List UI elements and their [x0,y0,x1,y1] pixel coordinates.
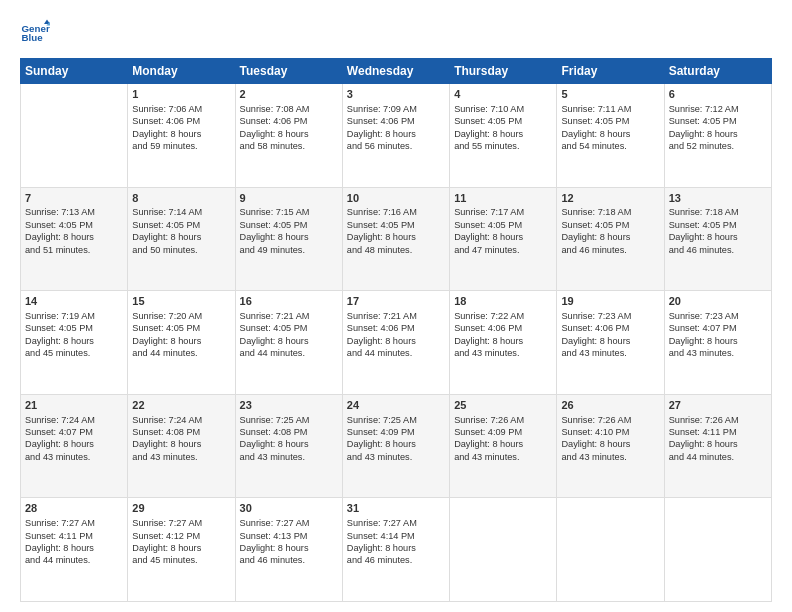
day-info: Daylight: 8 hours [454,335,552,347]
day-info: Sunset: 4:08 PM [240,426,338,438]
day-info: and 46 minutes. [240,554,338,566]
day-info: Sunset: 4:05 PM [25,322,123,334]
day-number: 3 [347,87,445,102]
day-number: 20 [669,294,767,309]
calendar-cell: 10Sunrise: 7:16 AMSunset: 4:05 PMDayligh… [342,187,449,291]
day-info: Sunset: 4:06 PM [561,322,659,334]
day-info: and 43 minutes. [240,451,338,463]
day-info: and 43 minutes. [347,451,445,463]
day-number: 27 [669,398,767,413]
day-info: Daylight: 8 hours [25,542,123,554]
calendar-cell: 12Sunrise: 7:18 AMSunset: 4:05 PMDayligh… [557,187,664,291]
day-number: 10 [347,191,445,206]
calendar-cell: 30Sunrise: 7:27 AMSunset: 4:13 PMDayligh… [235,498,342,602]
day-number: 13 [669,191,767,206]
day-number: 2 [240,87,338,102]
calendar-cell: 15Sunrise: 7:20 AMSunset: 4:05 PMDayligh… [128,291,235,395]
day-number: 8 [132,191,230,206]
calendar-cell: 6Sunrise: 7:12 AMSunset: 4:05 PMDaylight… [664,84,771,188]
logo: General Blue [20,18,50,48]
day-info: Daylight: 8 hours [561,335,659,347]
day-info: Sunrise: 7:26 AM [669,414,767,426]
day-info: Sunset: 4:11 PM [25,530,123,542]
calendar-cell: 5Sunrise: 7:11 AMSunset: 4:05 PMDaylight… [557,84,664,188]
day-info: and 43 minutes. [454,347,552,359]
day-info: Sunrise: 7:21 AM [347,310,445,322]
day-number: 23 [240,398,338,413]
weekday-header: Saturday [664,59,771,84]
day-info: Daylight: 8 hours [132,231,230,243]
weekday-header: Tuesday [235,59,342,84]
day-info: Sunrise: 7:18 AM [669,206,767,218]
calendar-cell: 23Sunrise: 7:25 AMSunset: 4:08 PMDayligh… [235,394,342,498]
day-info: Sunset: 4:09 PM [347,426,445,438]
day-info: Sunset: 4:13 PM [240,530,338,542]
day-info: Sunset: 4:05 PM [454,219,552,231]
calendar-cell: 20Sunrise: 7:23 AMSunset: 4:07 PMDayligh… [664,291,771,395]
day-number: 1 [132,87,230,102]
day-info: Sunset: 4:06 PM [454,322,552,334]
day-info: Sunrise: 7:25 AM [240,414,338,426]
day-info: Sunset: 4:06 PM [347,115,445,127]
calendar-table: SundayMondayTuesdayWednesdayThursdayFrid… [20,58,772,602]
calendar-cell: 17Sunrise: 7:21 AMSunset: 4:06 PMDayligh… [342,291,449,395]
day-info: Daylight: 8 hours [132,335,230,347]
day-info: and 44 minutes. [25,554,123,566]
day-info: Daylight: 8 hours [454,128,552,140]
day-info: Sunset: 4:05 PM [240,322,338,334]
day-info: Daylight: 8 hours [454,438,552,450]
calendar-cell: 7Sunrise: 7:13 AMSunset: 4:05 PMDaylight… [21,187,128,291]
day-number: 15 [132,294,230,309]
day-info: Daylight: 8 hours [25,231,123,243]
calendar-cell: 8Sunrise: 7:14 AMSunset: 4:05 PMDaylight… [128,187,235,291]
day-info: Sunset: 4:05 PM [132,219,230,231]
header: General Blue [20,18,772,48]
day-number: 26 [561,398,659,413]
day-info: and 47 minutes. [454,244,552,256]
day-number: 14 [25,294,123,309]
day-info: and 43 minutes. [561,347,659,359]
day-info: and 43 minutes. [669,347,767,359]
day-number: 18 [454,294,552,309]
day-info: Daylight: 8 hours [561,438,659,450]
logo-icon: General Blue [20,18,50,48]
calendar-cell: 21Sunrise: 7:24 AMSunset: 4:07 PMDayligh… [21,394,128,498]
day-number: 30 [240,501,338,516]
day-info: Sunrise: 7:06 AM [132,103,230,115]
day-info: and 51 minutes. [25,244,123,256]
day-number: 6 [669,87,767,102]
day-info: Sunset: 4:05 PM [669,219,767,231]
weekday-header: Monday [128,59,235,84]
day-info: and 44 minutes. [669,451,767,463]
day-info: Sunrise: 7:14 AM [132,206,230,218]
calendar-cell: 31Sunrise: 7:27 AMSunset: 4:14 PMDayligh… [342,498,449,602]
weekday-header: Sunday [21,59,128,84]
day-info: and 50 minutes. [132,244,230,256]
day-info: Sunrise: 7:12 AM [669,103,767,115]
day-info: Sunrise: 7:10 AM [454,103,552,115]
day-info: Sunset: 4:05 PM [132,322,230,334]
day-info: Sunrise: 7:13 AM [25,206,123,218]
day-info: Sunset: 4:05 PM [454,115,552,127]
day-info: and 46 minutes. [347,554,445,566]
day-info: Sunrise: 7:22 AM [454,310,552,322]
day-info: Sunrise: 7:20 AM [132,310,230,322]
day-number: 11 [454,191,552,206]
day-info: Daylight: 8 hours [240,438,338,450]
calendar-cell: 11Sunrise: 7:17 AMSunset: 4:05 PMDayligh… [450,187,557,291]
calendar-cell: 14Sunrise: 7:19 AMSunset: 4:05 PMDayligh… [21,291,128,395]
day-number: 7 [25,191,123,206]
day-number: 21 [25,398,123,413]
calendar-cell: 3Sunrise: 7:09 AMSunset: 4:06 PMDaylight… [342,84,449,188]
day-info: Sunset: 4:10 PM [561,426,659,438]
day-number: 31 [347,501,445,516]
calendar-cell: 25Sunrise: 7:26 AMSunset: 4:09 PMDayligh… [450,394,557,498]
day-info: Sunrise: 7:08 AM [240,103,338,115]
page: General Blue SundayMondayTuesdayWednesda… [0,0,792,612]
day-info: and 49 minutes. [240,244,338,256]
day-info: and 45 minutes. [132,554,230,566]
day-info: Sunrise: 7:27 AM [347,517,445,529]
day-info: Sunrise: 7:27 AM [25,517,123,529]
day-info: Sunset: 4:05 PM [25,219,123,231]
day-info: Sunrise: 7:09 AM [347,103,445,115]
